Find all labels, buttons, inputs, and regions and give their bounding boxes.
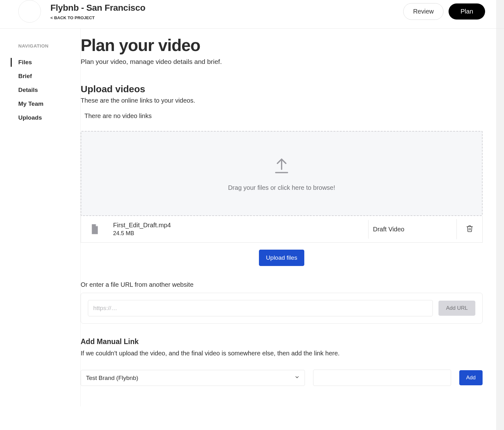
page-title: Plan your video: [81, 36, 483, 55]
upload-section-subtitle: These are the online links to your video…: [81, 97, 483, 104]
delete-file-button[interactable]: [456, 219, 482, 239]
main-content: Plan your video Plan your video, manage …: [81, 29, 504, 406]
add-url-button[interactable]: Add URL: [438, 301, 475, 316]
side-navigation: NAVIGATION Files Brief Details My Team U…: [0, 29, 81, 406]
plan-button[interactable]: Plan: [449, 3, 485, 20]
file-type-select[interactable]: Draft Video: [368, 220, 456, 239]
manual-link-subtitle: If we couldn't upload the video, and the…: [81, 350, 483, 357]
manual-link-title: Add Manual Link: [81, 337, 483, 346]
file-icon: [81, 218, 109, 241]
upload-section-title: Upload videos: [81, 84, 483, 94]
file-name: First_Edit_Draft.mp4: [113, 222, 364, 229]
manual-link-input[interactable]: [313, 370, 451, 386]
nav-list: Files Brief Details My Team Uploads: [18, 55, 80, 125]
nav-item-brief[interactable]: Brief: [11, 69, 80, 83]
brand-select[interactable]: Test Brand (Flybnb): [81, 370, 305, 386]
file-info: First_Edit_Draft.mp4 24.5 MB: [109, 216, 368, 242]
header-title-group: Flybnb - San Francisco < BACK TO PROJECT: [50, 3, 145, 20]
upload-action-row: Upload files: [81, 250, 483, 266]
back-to-project-link[interactable]: < BACK TO PROJECT: [50, 15, 145, 20]
page-subtitle: Plan your video, manage video details an…: [81, 58, 483, 65]
upload-files-button[interactable]: Upload files: [259, 250, 304, 266]
review-button[interactable]: Review: [403, 3, 444, 20]
nav-item-label: Details: [18, 87, 38, 93]
uploaded-file-row: First_Edit_Draft.mp4 24.5 MB Draft Video: [81, 216, 483, 243]
dropzone-text: Drag your files or click here to browse!: [228, 184, 335, 191]
header-actions: Review Plan: [403, 3, 485, 20]
brand-select-wrap: Test Brand (Flybnb): [81, 370, 305, 386]
nav-item-files[interactable]: Files: [11, 55, 80, 69]
file-size: 24.5 MB: [113, 230, 364, 237]
no-video-links-message: There are no video links: [84, 112, 483, 120]
project-avatar: [18, 0, 41, 23]
manual-add-button[interactable]: Add: [459, 370, 483, 385]
file-dropzone[interactable]: Drag your files or click here to browse!: [81, 131, 483, 216]
project-title: Flybnb - San Francisco: [50, 3, 145, 13]
nav-item-label: Files: [18, 59, 32, 65]
nav-item-details[interactable]: Details: [11, 83, 80, 97]
nav-item-my-team[interactable]: My Team: [11, 97, 80, 111]
nav-item-label: My Team: [18, 100, 43, 107]
scrollbar-gutter: [496, 0, 504, 406]
nav-item-label: Brief: [18, 73, 32, 79]
nav-heading: NAVIGATION: [18, 43, 80, 48]
file-type-label: Draft Video: [373, 226, 404, 233]
file-url-label: Or enter a file URL from another website: [81, 281, 483, 288]
manual-link-row: Test Brand (Flybnb) Add: [81, 370, 483, 386]
trash-icon: [466, 225, 473, 234]
upload-icon: [272, 156, 292, 177]
nav-item-uploads[interactable]: Uploads: [11, 111, 80, 125]
project-header: Flybnb - San Francisco < BACK TO PROJECT…: [0, 0, 504, 29]
nav-item-label: Uploads: [18, 114, 42, 121]
file-url-card: Add URL: [81, 293, 483, 324]
file-url-input[interactable]: [88, 300, 433, 316]
